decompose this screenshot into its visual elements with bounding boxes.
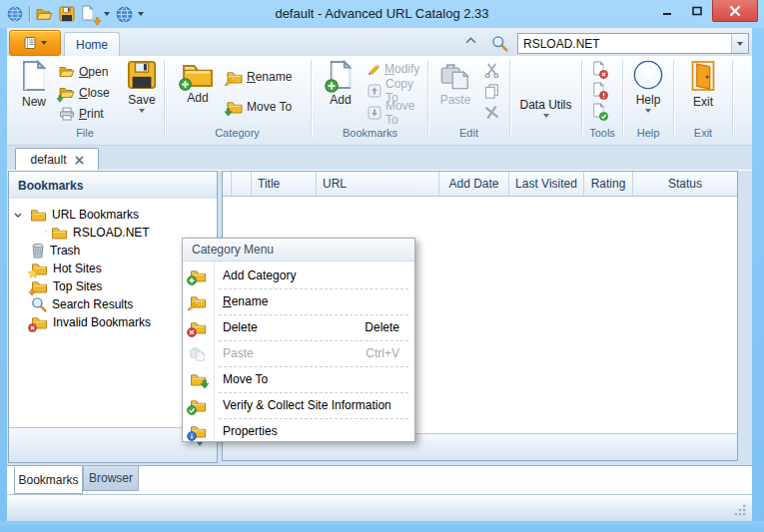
chevron-down-icon xyxy=(737,42,743,46)
ribbon-group-category: Add Rename Move To Category xyxy=(165,57,310,143)
page-warning-icon xyxy=(592,82,605,97)
menu-item-delete[interactable]: Delete Delete xyxy=(184,314,413,339)
pencil-icon xyxy=(368,63,381,76)
arrow-down-page-icon xyxy=(368,106,382,120)
data-utils-button[interactable]: Data Utils xyxy=(513,60,578,126)
new-button[interactable]: New xyxy=(11,60,57,126)
status-bar xyxy=(7,494,752,521)
column-header-icon[interactable] xyxy=(232,172,252,197)
ribbon-group-edit: Paste Edit xyxy=(428,57,509,143)
close-button-file[interactable]: Close xyxy=(59,84,110,102)
chevron-down-icon[interactable] xyxy=(14,210,24,220)
help-icon xyxy=(633,60,663,90)
menu-item-rename[interactable]: Rename xyxy=(184,288,413,313)
menu-item-paste[interactable]: Paste Ctrl+V xyxy=(184,340,413,365)
folder-plus-icon xyxy=(182,60,214,88)
menu-shortcut: Delete xyxy=(365,320,399,334)
tree-panel-title: Bookmarks xyxy=(18,179,83,193)
paste-button[interactable]: Paste xyxy=(432,60,478,126)
bottom-tab-browser[interactable]: Browser xyxy=(83,466,139,491)
move-to-bookmark-button[interactable]: Move To xyxy=(368,104,428,122)
maximize-button[interactable] xyxy=(682,0,712,21)
column-header-url[interactable]: URL xyxy=(317,172,439,197)
title-bar: default - Advanced URL Catalog 2.33 xyxy=(0,0,764,28)
rename-category-button[interactable]: Rename xyxy=(227,68,292,86)
column-header-indicator[interactable] xyxy=(223,172,232,197)
search-combobox[interactable]: RSLOAD.NET xyxy=(517,33,749,54)
add-bookmark-button[interactable]: Add xyxy=(318,60,364,126)
app-menu-dropdown-icon xyxy=(41,41,47,45)
save-button[interactable]: Save xyxy=(119,60,165,126)
menu-item-add-category[interactable]: Add Category xyxy=(184,263,413,287)
column-header-status[interactable]: Status xyxy=(633,172,737,197)
window-frame-left xyxy=(0,28,7,532)
search-combobox-value[interactable]: RSLOAD.NET xyxy=(518,37,731,51)
ribbon: New Open Close Print Save File xyxy=(7,56,752,146)
document-tab-default[interactable]: default xyxy=(15,148,99,171)
invalid-check-tool-button[interactable] xyxy=(592,59,605,77)
group-caption-bookmarks: Bookmarks xyxy=(312,127,428,139)
open-button[interactable]: Open xyxy=(59,63,108,81)
save-icon xyxy=(127,60,157,90)
ribbon-group-exit: Exit Exit xyxy=(674,57,732,143)
warning-tool-button[interactable] xyxy=(592,80,605,98)
ribbon-group-bookmarks: Add Modify Copy To Move To Bookmarks xyxy=(312,57,428,143)
column-header-last-visited[interactable]: Last Visited xyxy=(509,172,584,197)
data-utils-dropdown-icon xyxy=(543,114,549,118)
modify-bookmark-button[interactable]: Modify xyxy=(368,60,419,78)
folder-move-icon xyxy=(190,372,207,386)
search-key-icon[interactable] xyxy=(491,35,508,52)
window-frame-right xyxy=(752,28,764,532)
column-header-title[interactable]: Title xyxy=(252,172,317,197)
window-buttons xyxy=(652,0,758,22)
tab-home-label: Home xyxy=(76,38,108,52)
paste-icon xyxy=(190,345,206,361)
copy-button[interactable] xyxy=(484,82,499,100)
document-tab-label: default xyxy=(30,153,66,167)
page-check-icon xyxy=(592,103,605,118)
column-header-add-date[interactable]: Add Date xyxy=(439,172,509,197)
ribbon-group-data-utils: Data Utils xyxy=(510,57,581,143)
collapse-ribbon-icon[interactable] xyxy=(465,37,477,47)
folder-properties-icon xyxy=(190,424,207,438)
group-caption-help: Help xyxy=(623,127,673,139)
ribbon-group-tools: Tools xyxy=(582,57,622,143)
trash-icon xyxy=(31,243,45,259)
close-button[interactable] xyxy=(712,0,758,22)
bottom-tab-bookmarks[interactable]: Bookmarks xyxy=(14,466,83,494)
menu-item-properties[interactable]: Properties xyxy=(184,418,413,443)
add-category-button[interactable]: Add xyxy=(175,60,221,126)
group-caption-file: File xyxy=(7,127,163,139)
column-header-rating[interactable]: Rating xyxy=(584,172,633,197)
window-frame-bottom xyxy=(0,521,764,532)
exit-door-icon xyxy=(689,60,717,92)
menu-item-verify-collect[interactable]: Verify & Collect Site Information xyxy=(184,392,413,417)
folder-star-icon xyxy=(31,262,48,275)
save-dropdown-icon xyxy=(139,109,145,113)
cut-button[interactable] xyxy=(484,61,499,79)
exit-button[interactable]: Exit xyxy=(680,60,726,126)
document-tab-close-icon[interactable] xyxy=(75,156,84,165)
tab-home[interactable]: Home xyxy=(64,32,120,57)
group-caption-edit: Edit xyxy=(428,127,509,139)
page-error-icon xyxy=(592,61,605,76)
folder-verify-icon xyxy=(190,398,207,412)
group-caption-tools: Tools xyxy=(582,127,622,139)
print-button[interactable]: Print xyxy=(59,105,104,123)
move-to-category-button[interactable]: Move To xyxy=(227,98,292,116)
scissors-icon xyxy=(484,63,499,78)
folder-plus-icon xyxy=(190,268,207,282)
search-combobox-dropdown[interactable] xyxy=(731,34,748,53)
verify-tool-button[interactable] xyxy=(592,101,605,119)
tree-item-url-bookmarks[interactable]: URL Bookmarks xyxy=(9,206,217,224)
menu-item-move-to[interactable]: Move To xyxy=(184,366,413,391)
arrow-up-page-icon xyxy=(368,84,382,98)
folder-icon xyxy=(51,226,68,240)
copy-to-bookmark-button[interactable]: Copy To xyxy=(368,82,428,100)
delete-button[interactable] xyxy=(484,103,499,121)
minimize-button[interactable] xyxy=(652,0,682,21)
application-menu-button[interactable] xyxy=(9,30,61,56)
resize-grip[interactable] xyxy=(734,504,747,517)
help-button[interactable]: Help xyxy=(625,60,671,126)
app-menu-icon xyxy=(23,36,37,50)
